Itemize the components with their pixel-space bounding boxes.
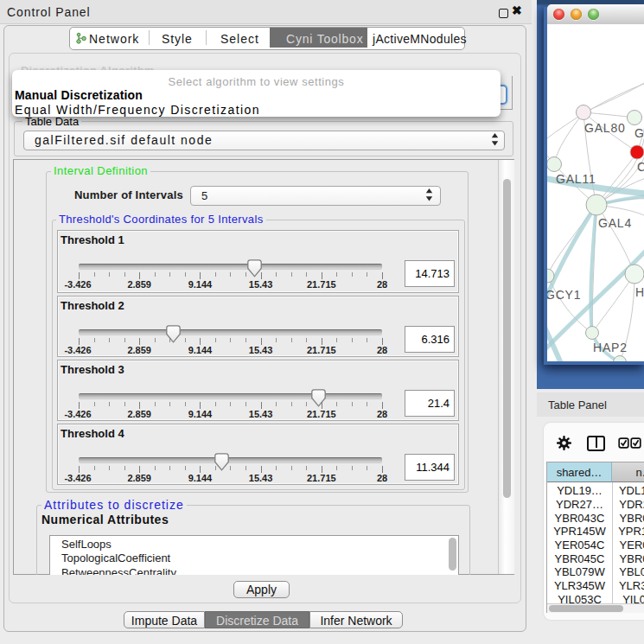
svg-text:GAL4: GAL4 (598, 216, 632, 230)
svg-text:HAP2: HAP2 (593, 341, 628, 354)
svg-text:H: H (635, 285, 644, 299)
svg-text:GCY1: GCY1 (547, 288, 581, 302)
svg-text:GAL80: GAL80 (584, 121, 626, 135)
svg-text:C: C (637, 160, 644, 174)
svg-text:GAL11: GAL11 (556, 172, 596, 186)
svg-text:GA: GA (634, 126, 644, 140)
